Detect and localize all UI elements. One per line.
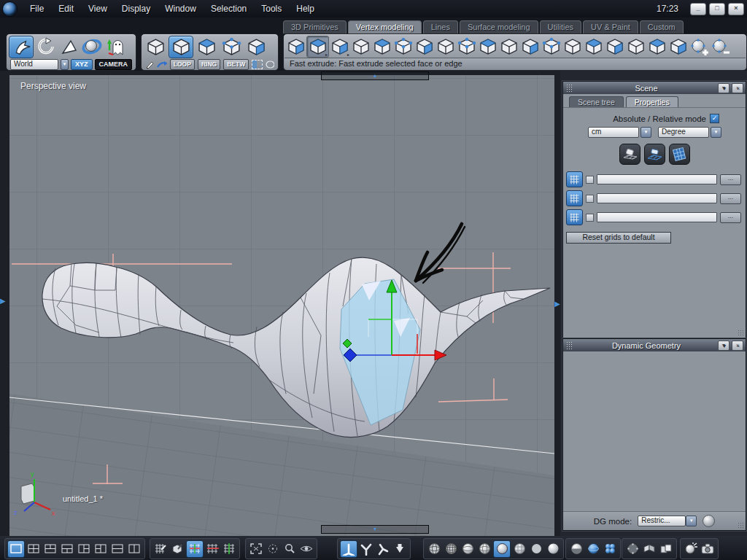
- grid-row-input[interactable]: [597, 212, 717, 222]
- unit-dropdown-arrow-icon[interactable]: ▼: [640, 127, 651, 138]
- resize-grip-icon[interactable]: [738, 330, 745, 337]
- scene-panel-menu-button[interactable]: ▼: [718, 83, 729, 93]
- menu-tools[interactable]: Tools: [254, 0, 289, 18]
- grid-vertical-button[interactable]: [221, 541, 237, 557]
- drop-to-floor-button[interactable]: [392, 541, 408, 557]
- look-around-button[interactable]: [298, 541, 314, 557]
- edit-grid-button[interactable]: [152, 541, 169, 557]
- world-space-dropdown[interactable]: World: [10, 59, 58, 70]
- loop-button[interactable]: LOOP: [170, 59, 195, 70]
- dissociate-tool-button[interactable]: [519, 36, 541, 57]
- object-mode-button[interactable]: [244, 36, 268, 58]
- angle-dropdown-arrow-icon[interactable]: ▼: [711, 127, 721, 138]
- matte-shade-button[interactable]: [528, 541, 544, 557]
- glossy-shade-button[interactable]: [545, 541, 561, 557]
- tab-lines[interactable]: Lines: [423, 20, 458, 34]
- marquee-select-icon[interactable]: [252, 60, 263, 69]
- tessellate-tool-button[interactable]: [350, 36, 371, 57]
- grid-eraser-button[interactable]: [619, 144, 640, 165]
- three-views-c-button[interactable]: [76, 541, 92, 557]
- tab-surface-modeling[interactable]: Surface modeling: [460, 20, 538, 34]
- translate-manipulator-button[interactable]: [340, 540, 357, 558]
- menu-selection[interactable]: Selection: [204, 0, 254, 18]
- camera-toggle[interactable]: CAMERA: [95, 59, 133, 70]
- taper-tool-button[interactable]: [646, 36, 667, 57]
- tab-custom[interactable]: Custom: [640, 20, 684, 34]
- fit-view-button[interactable]: [248, 541, 264, 557]
- scale-manipulator-button[interactable]: [375, 541, 391, 557]
- select-arrow-button[interactable]: [9, 36, 34, 58]
- tab-utilities[interactable]: Utilities: [540, 20, 581, 34]
- rotate-tool-button[interactable]: [34, 36, 57, 58]
- snapshot-camera-button[interactable]: [700, 541, 716, 557]
- points-mode-button[interactable]: [144, 36, 167, 58]
- four-views-button[interactable]: [26, 541, 42, 557]
- bend-tool-button[interactable]: [414, 36, 435, 57]
- universal-manipulator-button[interactable]: [80, 36, 104, 58]
- grid-row-more-button[interactable]: ...: [720, 174, 741, 185]
- grid-plane-icon[interactable]: [566, 171, 583, 187]
- weld-tool-button[interactable]: [456, 36, 477, 57]
- collapse-handle-bottom[interactable]: ▼: [321, 525, 429, 534]
- two-views-vertical-button[interactable]: [126, 541, 142, 557]
- half-shade-button[interactable]: [568, 541, 584, 557]
- inflate-tool-button[interactable]: [667, 36, 689, 57]
- soft-selection-ghost-button[interactable]: [104, 36, 127, 58]
- circle-select-icon[interactable]: [266, 60, 274, 69]
- faces-mode-button[interactable]: [195, 36, 218, 58]
- grid-row-checkbox[interactable]: [586, 214, 594, 222]
- grid-eraser-blue-button[interactable]: [644, 144, 665, 165]
- dg-panel-close-button[interactable]: ×: [732, 341, 743, 351]
- tab-uv-paint[interactable]: UV & Paint: [583, 20, 638, 34]
- unit-dropdown[interactable]: cm: [588, 127, 639, 138]
- ring-button[interactable]: RING: [198, 59, 220, 70]
- scene-panel-titlebar[interactable]: Scene ▼ ×: [563, 82, 746, 94]
- rotate-manipulator-button[interactable]: [358, 541, 374, 557]
- grid-row-checkbox[interactable]: [586, 176, 594, 184]
- duplicate-box-button[interactable]: [658, 541, 674, 557]
- scene-panel-close-button[interactable]: ×: [732, 83, 743, 93]
- smooth-tool-button[interactable]: [371, 36, 392, 57]
- remove-detail-tool-button[interactable]: [710, 36, 731, 57]
- edges-mode-button[interactable]: [169, 36, 193, 58]
- grid-axes-button[interactable]: [186, 540, 204, 558]
- add-detail-tool-button[interactable]: [689, 36, 710, 57]
- single-view-button[interactable]: [7, 540, 25, 558]
- minimize-button[interactable]: _: [690, 3, 706, 15]
- perspective-viewport[interactable]: y x z Perspective view untitled_1 * ▲ ▼ …: [0, 71, 560, 536]
- fast-extrude-tool-button[interactable]: ▸: [306, 36, 329, 58]
- drag-handle-icon[interactable]: [566, 84, 572, 93]
- grid-row-more-button[interactable]: ...: [720, 193, 741, 204]
- reset-grids-button[interactable]: Reset grids to default: [566, 232, 671, 244]
- extrude-face-tool-button[interactable]: [285, 36, 306, 57]
- dg-mode-dropdown-arrow-icon[interactable]: ▼: [686, 516, 697, 526]
- mirror-tool-button[interactable]: [604, 36, 625, 57]
- two-views-horizontal-button[interactable]: [109, 541, 125, 557]
- dg-panel-menu-button[interactable]: ▼: [718, 341, 729, 351]
- bridge-tool-button[interactable]: [435, 36, 456, 57]
- drag-handle-icon[interactable]: [566, 341, 572, 350]
- wireframe-button[interactable]: [426, 541, 442, 557]
- sweep-tool-button[interactable]: [392, 36, 414, 57]
- wireframe-dense-button[interactable]: [443, 541, 459, 557]
- menu-edit[interactable]: Edit: [51, 0, 81, 18]
- symmetry-tool-button[interactable]: [562, 36, 583, 57]
- zoom-view-button[interactable]: [282, 541, 298, 557]
- edit-object-button[interactable]: [169, 541, 185, 557]
- shaded-wire-button[interactable]: [460, 541, 476, 557]
- stitch-tool-button[interactable]: [541, 36, 562, 57]
- dg-sphere-button[interactable]: [703, 515, 715, 527]
- blue-shade-button[interactable]: [585, 541, 601, 557]
- grid-row-checkbox[interactable]: [586, 195, 594, 203]
- tab-3d-primitives[interactable]: 3D Primitives: [283, 20, 347, 34]
- menu-window[interactable]: Window: [158, 0, 204, 18]
- sm smooth-shade-button[interactable]: [493, 540, 511, 558]
- paint-select-icon[interactable]: [145, 60, 154, 69]
- betw-button[interactable]: BETW: [223, 59, 249, 70]
- scale-tool-button[interactable]: [57, 36, 80, 58]
- grid-plane-icon[interactable]: [566, 209, 583, 225]
- tab-scene-tree[interactable]: Scene tree: [569, 96, 624, 107]
- curve-select-icon[interactable]: [157, 60, 167, 69]
- vertex-mode-button[interactable]: [220, 36, 243, 58]
- grid-row-input[interactable]: [597, 174, 717, 184]
